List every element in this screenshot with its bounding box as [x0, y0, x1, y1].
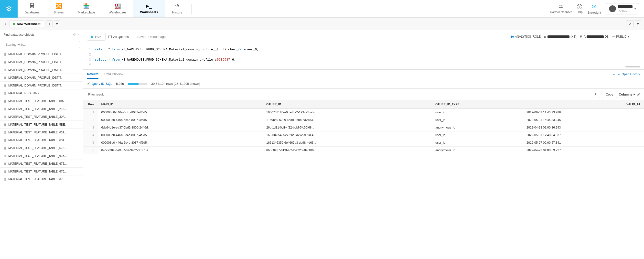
list-item[interactable]: ▦MATERIAL_TEST_FEATURE_TABLE_0B7... — [0, 97, 83, 105]
people-icon: 👥 — [510, 35, 514, 38]
query-status: ✔ Query ID SQL — [87, 81, 112, 86]
cell-valid-at: 2022-06-03 11:43:23.288 — [523, 109, 644, 116]
list-item[interactable]: ▦MATERIAL_TEST_FEATURE_TABLE_631... — [0, 136, 83, 144]
user-menu[interactable]: PUBLIC ▾ — [606, 3, 639, 14]
list-item[interactable]: ▦MATERIAL_REGISTRY — [0, 90, 83, 97]
tab-data-preview[interactable]: Data Preview — [104, 70, 123, 79]
collapse-icon[interactable]: « — [78, 33, 80, 36]
nav-databases[interactable]: 🗄 Databases — [18, 0, 46, 17]
scrollbar-hint — [626, 66, 640, 68]
list-item[interactable]: ▦MATERIAL_TEST_FEATURE_TABLE_631... — [0, 128, 83, 136]
code-editor[interactable]: 1 select * from MS_WAREHOUSE.PROD_SCHEMA… — [83, 43, 644, 70]
list-item[interactable]: ▦MATERIAL_TEST_FEATURE_TABLE_5BE... — [0, 121, 83, 128]
new-tab-btn[interactable]: + — [46, 20, 53, 27]
table-header-row: Row MAIN_ID OTHER_ID OTHER_ID_TYPE VALID… — [83, 100, 644, 109]
col-header-row: Row — [83, 100, 98, 109]
progress-fill — [128, 83, 138, 85]
tab-actions: + ▾ — [46, 20, 60, 27]
role-badge[interactable]: 👥 ANALYTICS_ROLE — [510, 35, 541, 38]
nav-history[interactable]: ↺ History — [165, 0, 189, 17]
list-item[interactable]: ▦MATERIAL_TEST_FEATURE_TABLE_675... — [0, 176, 83, 183]
shares-icon: 🔀 — [56, 3, 62, 9]
cell-other-id-type: user_id — [432, 139, 523, 146]
list-item[interactable]: ▦MATERIAL_DOMAIN_PROFILE_IDSTIT... — [0, 50, 83, 58]
cell-valid-at: 2022-05-27 00:00:57.341 — [523, 139, 644, 146]
tab-expand-btn[interactable]: ⤢ — [626, 20, 634, 27]
list-item[interactable]: ▦MATERIAL_TEST_FEATURE_TABLE_675... — [0, 160, 83, 168]
sidebar-header-actions: ↺ « — [73, 33, 80, 36]
cell-row-num: 6 — [83, 146, 98, 154]
xs-label: (XS) — [570, 35, 576, 38]
list-item[interactable]: ▦MATERIAL_DOMAIN_PROFILE_IDSTIT... — [0, 74, 83, 82]
snowsight-btn[interactable]: ❄ Snowsight — [588, 3, 601, 14]
table-icon: ▦ — [4, 76, 6, 80]
table-icon: ▦ — [4, 115, 6, 118]
worksheet-tab-label: New Worksheet — [17, 22, 40, 26]
cell-row-num: 2 — [83, 116, 98, 124]
filter-bar: ⬇ Copy Columns ▾ ⤢ — [83, 89, 644, 100]
database-icon: 🗄 — [580, 35, 583, 38]
all-queries-checkbox[interactable] — [108, 35, 112, 38]
open-history-btn[interactable]: ← ← Open History — [612, 72, 640, 76]
warehouse-badge[interactable]: ⊞ (XS) — [544, 35, 576, 38]
filter-input[interactable] — [87, 92, 589, 97]
cell-main-id: 000003d0-446a-5c4b-8037-4f6d5... — [98, 132, 263, 139]
cell-other-id-type: user_id — [432, 109, 523, 116]
sidebar-list: ▦MATERIAL_DOMAIN_PROFILE_IDSTIT...▦MATER… — [0, 50, 83, 259]
table-icon: ▦ — [4, 170, 6, 173]
refresh-icon[interactable]: ↺ — [73, 33, 76, 36]
db-badge[interactable]: 🗄 A DB — [580, 35, 609, 38]
warehouses-icon: 🏭 — [114, 3, 121, 9]
list-item[interactable]: ▦MATERIAL_TEST_FEATURE_TABLE_675... — [0, 152, 83, 160]
nav-marketplace[interactable]: 🏪 Marketplace — [71, 0, 102, 17]
search-input[interactable] — [3, 41, 80, 48]
nav-warehouses[interactable]: 🏭 Warehouses — [102, 0, 134, 17]
list-item[interactable]: ▦MATERIAL_TEST_FEATURE_TABLE_30F... — [0, 113, 83, 121]
list-item[interactable]: ▦MATERIAL_DOMAIN_PROFILE_IDSTIT... — [0, 58, 83, 66]
sidebar-title: Find database objects — [4, 33, 34, 36]
list-item[interactable]: ▦MATERIAL_DOMAIN_PROFILE_IDSTIT... — [0, 82, 83, 90]
all-queries-checkbox-label[interactable]: All Queries — [108, 35, 129, 38]
logo[interactable]: ❄ — [0, 0, 18, 18]
table-icon: ▦ — [4, 52, 6, 56]
tab-results[interactable]: Results — [87, 70, 98, 79]
more-button[interactable]: ··· — [632, 33, 640, 40]
saved-info: Saved 1 minute ago — [137, 35, 166, 38]
download-button[interactable]: ⬇ — [592, 91, 600, 98]
list-item[interactable]: ▦MATERIAL_TEST_FEATURE_TABLE_675... — [0, 168, 83, 176]
nav-worksheets[interactable]: ▶_ Worksheets — [133, 0, 165, 17]
worksheet-tab-active[interactable]: New Worksheet — [9, 20, 44, 27]
query-id-link[interactable]: Query ID — [92, 82, 104, 86]
partner-connect-btn[interactable]: Partner Connect — [550, 4, 572, 14]
svg-point-3 — [580, 8, 580, 8]
tab-dropdown-btn[interactable]: ▾ — [54, 20, 60, 27]
run-button[interactable]: ▶ Run — [87, 33, 106, 40]
expand-button[interactable]: ⤢ — [637, 92, 640, 97]
sql-link[interactable]: SQL — [106, 82, 112, 86]
tab-more-btn[interactable]: ▾ — [635, 20, 641, 27]
list-item[interactable]: ▦MATERIAL_DOMAIN_PROFILE_IDSTIT... — [0, 66, 83, 74]
cell-valid-at: 2022-04-28 02:00:36.993 — [523, 124, 644, 132]
cell-other-id: 11ff9be0-5289-45dd-85bb-ea2183... — [263, 116, 432, 124]
user-role: PUBLIC — [618, 9, 632, 12]
sidebar-header: Find database objects ↺ « — [0, 30, 83, 39]
cell-other-id-type: user_id — [432, 132, 523, 139]
snowflake-icon: ❄ — [6, 4, 12, 14]
help-btn[interactable]: Help — [576, 4, 583, 14]
copy-button[interactable]: Copy — [602, 91, 617, 98]
columns-button[interactable]: Columns ▾ — [619, 92, 635, 96]
schema-badge[interactable]: ⋯ PUBLIC ▾ — [612, 35, 629, 38]
avatar — [609, 6, 616, 12]
table-icon: ▦ — [4, 92, 6, 95]
nav-shares[interactable]: 🔀 Shares — [46, 0, 71, 17]
list-item[interactable]: ▦MATERIAL_TEST_FEATURE_TABLE_213... — [0, 105, 83, 113]
list-item[interactable]: ▦MATERIAL_TEST_FEATURE_TABLE_675... — [0, 144, 83, 152]
nav-divider — [191, 4, 192, 14]
tab-prev-btn[interactable]: ‹ — [3, 20, 8, 27]
cell-main-id: 84cc238a-daf1-558a-9ac2-38175a... — [98, 146, 263, 154]
columns-label: Columns ▾ — [619, 92, 635, 96]
table-icon: ▦ — [4, 154, 6, 158]
schema-icon: ⋯ — [612, 35, 615, 38]
download-icon: ⬇ — [594, 92, 597, 96]
username-redacted — [618, 6, 632, 8]
